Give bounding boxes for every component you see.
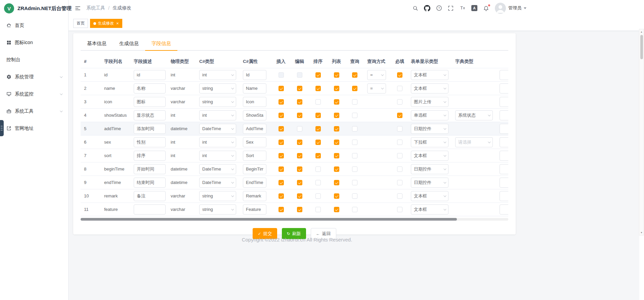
list-checkbox[interactable] bbox=[334, 86, 339, 91]
font-size-icon[interactable]: T bbox=[459, 5, 466, 11]
query-checkbox[interactable] bbox=[352, 99, 357, 105]
insert-checkbox[interactable] bbox=[278, 113, 284, 118]
insert-checkbox[interactable] bbox=[278, 180, 284, 185]
dict-type-select[interactable]: 系统状态 bbox=[455, 110, 493, 120]
csharp-property-input[interactable] bbox=[243, 83, 266, 93]
insert-checkbox[interactable] bbox=[278, 99, 284, 105]
sort-checkbox[interactable] bbox=[315, 113, 321, 118]
display-type-select[interactable]: 图片上传 bbox=[411, 97, 448, 107]
extra-field-input[interactable] bbox=[500, 97, 508, 107]
display-type-select[interactable]: 日期控件 bbox=[411, 164, 448, 174]
extra-field-input[interactable] bbox=[500, 110, 508, 120]
field-desc-input[interactable] bbox=[134, 178, 166, 188]
field-desc-input[interactable] bbox=[134, 151, 166, 161]
list-checkbox[interactable] bbox=[334, 153, 339, 158]
horizontal-scrollbar[interactable] bbox=[81, 218, 508, 221]
display-type-select[interactable]: 文本框 bbox=[411, 70, 448, 80]
drawer-handle[interactable] bbox=[0, 120, 4, 136]
required-checkbox[interactable] bbox=[397, 86, 402, 91]
list-checkbox[interactable] bbox=[334, 193, 339, 199]
display-type-select[interactable]: 文本框 bbox=[411, 151, 448, 161]
vertical-scrollbar-thumb[interactable] bbox=[640, 35, 643, 59]
csharp-type-select[interactable]: DateTime bbox=[199, 164, 236, 174]
vertical-scrollbar[interactable]: ▲ ▼ bbox=[639, 29, 644, 235]
sort-checkbox[interactable] bbox=[315, 140, 321, 145]
breadcrumb-parent[interactable]: 系统工具 bbox=[86, 5, 105, 11]
extra-field-input[interactable] bbox=[500, 83, 508, 93]
edit-checkbox[interactable] bbox=[297, 153, 302, 158]
insert-checkbox[interactable] bbox=[278, 86, 284, 91]
query-checkbox[interactable] bbox=[352, 193, 357, 199]
sort-checkbox[interactable] bbox=[315, 207, 321, 212]
insert-checkbox[interactable] bbox=[278, 72, 284, 78]
sort-checkbox[interactable] bbox=[315, 72, 321, 78]
display-type-select[interactable]: 文本框 bbox=[411, 204, 448, 215]
sidebar-item-website[interactable]: 官网地址 bbox=[0, 120, 68, 137]
query-checkbox[interactable] bbox=[352, 72, 357, 78]
csharp-type-select[interactable]: string bbox=[199, 191, 236, 201]
list-checkbox[interactable] bbox=[334, 207, 339, 212]
help-icon[interactable]: ? bbox=[436, 5, 442, 11]
extra-field-input[interactable] bbox=[500, 164, 508, 174]
list-checkbox[interactable] bbox=[334, 72, 339, 78]
csharp-property-input[interactable] bbox=[243, 110, 266, 120]
display-type-select[interactable]: 文本框 bbox=[411, 191, 448, 201]
display-type-select[interactable]: 文本框 bbox=[411, 83, 448, 93]
list-checkbox[interactable] bbox=[334, 126, 339, 132]
sort-checkbox[interactable] bbox=[315, 193, 321, 199]
close-icon[interactable]: × bbox=[116, 21, 119, 26]
edit-checkbox[interactable] bbox=[297, 113, 302, 118]
required-checkbox[interactable] bbox=[397, 180, 402, 185]
list-checkbox[interactable] bbox=[334, 180, 339, 185]
bell-icon[interactable] bbox=[483, 5, 489, 11]
list-checkbox[interactable] bbox=[334, 113, 339, 118]
app-logo[interactable]: V ZRAdmin.NET后台管理 bbox=[0, 0, 68, 17]
csharp-type-select[interactable]: DateTime bbox=[199, 178, 236, 188]
sidebar-item-console[interactable]: 控制台 bbox=[0, 51, 68, 68]
field-desc-input[interactable] bbox=[134, 191, 166, 201]
language-icon[interactable]: A bbox=[471, 5, 477, 11]
horizontal-scrollbar-thumb[interactable] bbox=[81, 218, 457, 221]
sidebar-item-system-admin[interactable]: 系统管理 bbox=[0, 68, 68, 85]
insert-checkbox[interactable] bbox=[278, 126, 284, 132]
csharp-property-input[interactable] bbox=[243, 70, 266, 80]
github-icon[interactable] bbox=[424, 5, 430, 11]
edit-checkbox[interactable] bbox=[297, 99, 302, 105]
field-desc-input[interactable] bbox=[134, 204, 166, 215]
edit-checkbox[interactable] bbox=[297, 193, 302, 199]
field-desc-input[interactable] bbox=[134, 124, 166, 134]
csharp-property-input[interactable] bbox=[243, 124, 266, 134]
edit-checkbox[interactable] bbox=[297, 86, 302, 91]
csharp-type-select[interactable]: int bbox=[199, 70, 236, 80]
insert-checkbox[interactable] bbox=[278, 153, 284, 158]
field-desc-input[interactable] bbox=[134, 164, 166, 174]
csharp-property-input[interactable] bbox=[243, 164, 266, 174]
query-checkbox[interactable] bbox=[352, 126, 357, 132]
edit-checkbox[interactable] bbox=[297, 180, 302, 185]
csharp-property-input[interactable] bbox=[243, 151, 266, 161]
insert-checkbox[interactable] bbox=[278, 193, 284, 199]
sidebar-item-icons[interactable]: 图标icon bbox=[0, 34, 68, 51]
edit-checkbox[interactable] bbox=[297, 140, 302, 145]
extra-field-input[interactable] bbox=[500, 204, 508, 215]
edit-checkbox[interactable] bbox=[297, 72, 302, 78]
fullscreen-icon[interactable] bbox=[448, 5, 454, 11]
query-checkbox[interactable] bbox=[352, 180, 357, 185]
extra-field-input[interactable] bbox=[500, 151, 508, 161]
extra-field-input[interactable] bbox=[500, 178, 508, 188]
display-type-select[interactable]: 日期控件 bbox=[411, 178, 448, 188]
csharp-type-select[interactable]: DateTime bbox=[199, 124, 236, 134]
display-type-select[interactable]: 单选框 bbox=[411, 110, 448, 120]
edit-checkbox[interactable] bbox=[297, 207, 302, 212]
query-checkbox[interactable] bbox=[352, 86, 357, 91]
display-type-select[interactable]: 日期控件 bbox=[411, 124, 448, 134]
query-checkbox[interactable] bbox=[352, 207, 357, 212]
list-checkbox[interactable] bbox=[334, 140, 339, 145]
extra-field-input[interactable] bbox=[500, 70, 508, 80]
csharp-property-input[interactable] bbox=[243, 97, 266, 107]
csharp-type-select[interactable]: string bbox=[199, 97, 236, 107]
insert-checkbox[interactable] bbox=[278, 140, 284, 145]
query-checkbox[interactable] bbox=[352, 113, 357, 118]
query-mode-select[interactable]: = bbox=[367, 83, 386, 93]
insert-checkbox[interactable] bbox=[278, 166, 284, 172]
